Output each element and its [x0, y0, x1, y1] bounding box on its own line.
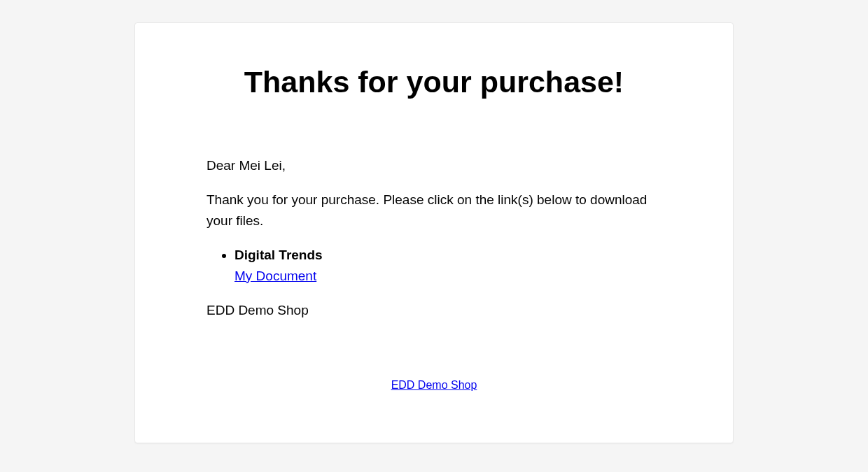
message-text: Thank you for your purchase. Please clic…: [206, 189, 662, 231]
download-list: Digital Trends My Document: [206, 245, 662, 286]
footer-shop-link[interactable]: EDD Demo Shop: [391, 379, 477, 391]
email-card: Thanks for your purchase! Dear Mei Lei, …: [134, 22, 734, 443]
greeting-text: Dear Mei Lei,: [206, 155, 662, 176]
signature-text: EDD Demo Shop: [206, 300, 662, 320]
page-title: Thanks for your purchase!: [170, 65, 698, 99]
download-item: Digital Trends My Document: [234, 245, 662, 286]
download-link[interactable]: My Document: [234, 269, 316, 283]
product-name: Digital Trends: [234, 248, 323, 262]
email-footer: EDD Demo Shop: [206, 377, 662, 394]
email-content: Dear Mei Lei, Thank you for your purchas…: [206, 155, 662, 394]
